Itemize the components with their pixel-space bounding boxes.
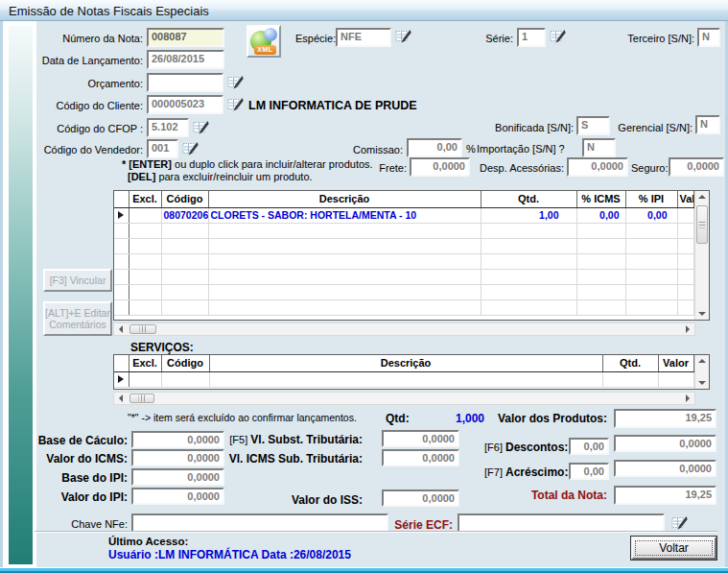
frete-field[interactable]: 0,0000	[410, 157, 470, 177]
col-codigo: Código	[161, 191, 208, 207]
icms-sub-field[interactable]: 0,0000	[382, 449, 459, 466]
empty-product-row[interactable]	[114, 299, 693, 315]
row-selector-icon	[118, 211, 124, 219]
xml-button[interactable]: XML	[247, 25, 281, 58]
editar-label-2: Comentários	[49, 319, 106, 330]
vscroll-thumb[interactable]	[696, 205, 708, 244]
vendedor-field[interactable]: 001	[147, 139, 178, 158]
hint-enter: * [ENTER] ou duplo click para incluir/al…	[122, 158, 373, 170]
comissao-field[interactable]: 0,00	[407, 138, 462, 157]
base-calculo-field[interactable]: 0,0000	[131, 431, 224, 448]
voltar-button[interactable]: Voltar	[631, 537, 716, 560]
product-icms: 0,00	[576, 207, 625, 223]
scroll-left-icon[interactable]	[114, 393, 128, 404]
cfop-field[interactable]: 5.102	[147, 118, 189, 137]
f6-key-label: [F6]	[484, 442, 503, 453]
products-header-row: Excl. Código Descrição Qtd. % ICMS % IPI…	[114, 191, 693, 207]
serie-lookup-icon[interactable]	[550, 29, 566, 44]
scroll-down-icon[interactable]	[695, 377, 709, 389]
iss-field[interactable]: 0,0000	[382, 489, 459, 507]
cfop-lookup-icon[interactable]	[193, 120, 209, 135]
window-title: Emissão de Notas Fiscais Especiais	[9, 4, 209, 18]
especie-field[interactable]: NFE	[336, 28, 391, 47]
vendedor-lookup-icon[interactable]	[182, 141, 199, 156]
titlebar[interactable]: Emissão de Notas Fiscais Especiais	[0, 0, 728, 21]
terceiro-label: Terceiro [S/N]:	[614, 33, 694, 44]
product-descricao: CLORETS - SABOR: HORTELA/MENTA - 10	[208, 207, 481, 223]
terceiro-field[interactable]: N	[697, 28, 720, 47]
serie-ecf-lookup-icon[interactable]	[671, 515, 688, 531]
xml-badge: XML	[254, 45, 276, 55]
valor-ipi-label: Valor do IPI:	[19, 490, 128, 504]
descontos-pct-field[interactable]: 0,00	[569, 438, 609, 455]
products-grid[interactable]: Excl. Código Descrição Qtd. % ICMS % IPI…	[113, 190, 710, 321]
hscroll-thumb[interactable]	[129, 394, 154, 403]
vendedor-label: Código do Vendedor:	[27, 144, 143, 155]
excluido-note: "*" -> item será excluído ao confirmar l…	[128, 412, 357, 423]
total-nota-field[interactable]: 19,25	[614, 486, 716, 505]
scroll-up-icon[interactable]	[695, 191, 709, 203]
orcamento-lookup-icon[interactable]	[227, 75, 244, 90]
scroll-down-icon[interactable]	[695, 308, 709, 320]
products-vscrollbar[interactable]	[694, 191, 709, 320]
data-lancamento-field[interactable]: 26/08/2015	[147, 50, 224, 69]
base-ipi-label: Base do IPI:	[19, 471, 128, 485]
valor-produtos-field[interactable]: 19,25	[614, 409, 716, 428]
orcamento-field[interactable]	[147, 73, 223, 92]
servicos-header-row: Excl. Código Descrição Qtd. Valor	[114, 355, 693, 371]
subst-field[interactable]: 0,0000	[382, 430, 459, 447]
importacao-field[interactable]: N	[582, 138, 616, 157]
descontos-field[interactable]: 0,0000	[614, 435, 716, 452]
chave-nfe-field[interactable]	[131, 513, 388, 533]
scroll-right-icon[interactable]	[681, 393, 694, 404]
valor-icms-field[interactable]: 0,0000	[131, 449, 224, 466]
servicos-hscrollbar[interactable]	[113, 392, 695, 405]
col-descricao: Descrição	[208, 191, 481, 207]
base-ipi-field[interactable]: 0,0000	[131, 468, 224, 486]
scroll-left-icon[interactable]	[114, 323, 128, 335]
product-row[interactable]: 08070206 CLORETS - SABOR: HORTELA/MENTA …	[114, 207, 693, 223]
frete-label: Frete:	[369, 162, 407, 174]
empty-service-row[interactable]	[114, 371, 693, 387]
empty-product-row[interactable]	[114, 238, 693, 253]
seguro-field[interactable]: 0,0000	[669, 157, 724, 177]
empty-product-row[interactable]	[114, 253, 693, 269]
acrescimo-pct-field[interactable]: 0,00	[569, 463, 609, 480]
serie-ecf-field[interactable]	[458, 513, 665, 533]
acrescimo-field[interactable]: 0,0000	[614, 460, 716, 477]
bonificada-field[interactable]: S	[576, 116, 610, 135]
empty-product-row[interactable]	[114, 223, 693, 238]
gerencial-label: Gerencial [S/N]:	[614, 122, 693, 133]
hint-enter-key: [ENTER]	[129, 158, 172, 170]
empty-product-row[interactable]	[114, 269, 693, 284]
iss-label: Valor do ISS:	[219, 493, 363, 507]
seguro-label: Seguro:	[631, 162, 666, 174]
ultimo-acesso-info: Usuário :LM INFORMÁTICA Data :26/08/2015	[108, 548, 351, 561]
hint-del-text: para excluir/reincluir um produto.	[155, 171, 312, 182]
scroll-up-icon[interactable]	[695, 355, 709, 367]
serie-field[interactable]: 1	[517, 28, 546, 47]
hint-del-key: [DEL]	[128, 171, 155, 182]
scroll-right-icon[interactable]	[681, 323, 694, 335]
hint-del: [DEL] para excluir/reincluir um produto.	[128, 171, 313, 182]
servicos-grid[interactable]: Excl. Código Descrição Qtd. Valor	[113, 354, 710, 390]
col-qtd: Qtd.	[602, 355, 658, 371]
desp-field[interactable]: 0,0000	[567, 157, 628, 177]
gerencial-field[interactable]: N	[695, 115, 720, 134]
hscroll-thumb[interactable]	[129, 324, 156, 334]
products-hscrollbar[interactable]	[113, 322, 695, 336]
editar-comentarios-button[interactable]: [ALT]+E Editar Comentários	[43, 301, 112, 336]
cliente-lookup-icon[interactable]	[227, 97, 244, 112]
servicos-vscrollbar[interactable]	[694, 355, 709, 389]
globe-blue-icon	[264, 28, 277, 41]
especie-lookup-icon[interactable]	[395, 29, 411, 44]
numero-field[interactable]: 008087	[147, 28, 224, 47]
qtd-total-value: 1,000	[412, 412, 484, 425]
valor-ipi-field[interactable]: 0,0000	[131, 488, 224, 505]
cliente-field[interactable]: 000005023	[147, 95, 223, 114]
hint-star: *	[122, 158, 126, 170]
vincular-button[interactable]: [F3] Vincular	[43, 269, 112, 292]
col-excl: Excl.	[129, 355, 161, 371]
orcamento-label: Orçamento:	[27, 78, 143, 89]
empty-product-row[interactable]	[114, 284, 693, 299]
